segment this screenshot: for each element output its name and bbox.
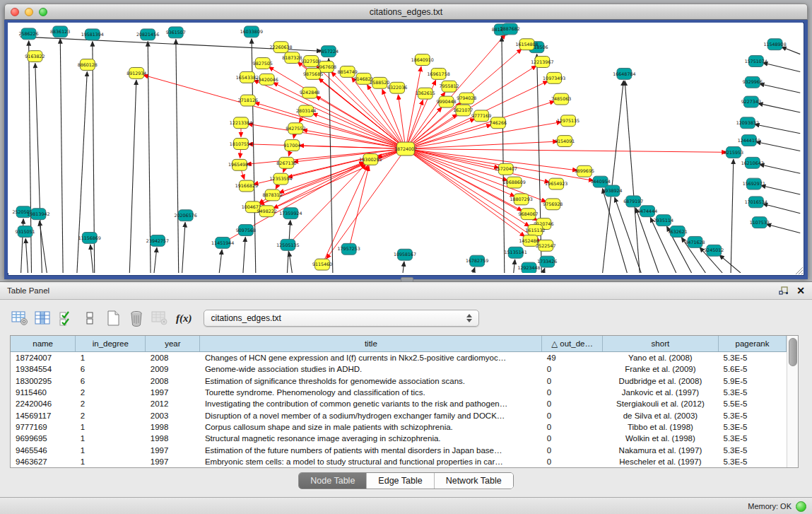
table-cell[interactable]: 2003 <box>146 409 200 421</box>
network-canvas[interactable]: 2586226883612319581394208214569361507160… <box>8 23 803 273</box>
table-row[interactable]: 969969511998Structural magnetic resonanc… <box>11 433 787 444</box>
table-cell[interactable]: Franke et al. (2009) <box>602 363 718 375</box>
close-panel-icon[interactable]: ✕ <box>796 286 805 296</box>
delete-column-icon[interactable] <box>128 310 145 327</box>
table-cell[interactable]: 2008 <box>146 352 200 364</box>
table-row[interactable]: 1938455462009Genome-wide association stu… <box>11 363 787 375</box>
table-cell[interactable]: 5.3E-5 <box>718 352 786 364</box>
table-cell[interactable]: Structural magnetic resonance image aver… <box>200 433 542 444</box>
table-cell[interactable]: Investigating the contribution of common… <box>200 398 542 409</box>
table-row[interactable]: 1830029562008Estimation of significance … <box>11 375 787 387</box>
table-cell[interactable]: 1 <box>76 352 146 364</box>
table-cell[interactable]: 2 <box>76 398 146 409</box>
row-selection-icon[interactable] <box>58 310 75 327</box>
function-builder-icon[interactable]: f(x) <box>176 313 192 325</box>
rows-icon[interactable] <box>81 310 98 327</box>
table-row[interactable]: 977716911998Corpus callosum shape and si… <box>11 421 787 433</box>
column-header[interactable]: pagerank <box>718 336 786 352</box>
column-header[interactable]: △ out_de… <box>542 336 602 352</box>
table-row[interactable]: 946554611997Estimation of the future num… <box>11 444 787 455</box>
table-mode-icon[interactable] <box>11 310 28 327</box>
table-cell[interactable]: 1 <box>76 433 146 444</box>
tab-network-table[interactable]: Network Table <box>435 473 513 489</box>
table-cell[interactable]: de Silva et al. (2003) <box>602 409 718 421</box>
table-cell[interactable]: 9115460 <box>11 387 76 398</box>
table-cell[interactable]: Disruption of a novel member of a sodium… <box>200 409 542 421</box>
table-cell[interactable]: 5.3E-5 <box>718 433 786 444</box>
table-cell[interactable]: 2009 <box>146 363 200 375</box>
table-cell[interactable]: 5.9E-5 <box>718 375 786 387</box>
table-cell[interactable]: 0 <box>542 387 602 398</box>
table-cell[interactable]: 6 <box>76 375 146 387</box>
show-columns-icon[interactable] <box>35 310 52 327</box>
table-cell[interactable]: Jankovic et al. (1997) <box>602 387 718 398</box>
table-cell[interactable]: 0 <box>542 363 602 375</box>
table-cell[interactable]: 0 <box>542 375 602 387</box>
table-cell[interactable]: 49 <box>542 352 602 364</box>
table-cell[interactable]: Embryonic stem cells: a model to study s… <box>200 456 542 467</box>
table-cell[interactable]: 5.3E-5 <box>718 444 786 455</box>
table-cell[interactable]: 0 <box>542 421 602 433</box>
table-cell[interactable]: 1998 <box>146 433 200 444</box>
table-cell[interactable]: 0 <box>542 409 602 421</box>
table-cell[interactable]: 5.3E-5 <box>718 456 786 467</box>
table-row[interactable]: 911546021997Tourette syndrome. Phenomeno… <box>11 387 787 398</box>
table-cell[interactable]: 19384554 <box>11 363 76 375</box>
table-cell[interactable]: 1997 <box>146 456 200 467</box>
table-cell[interactable]: 9777169 <box>11 421 76 433</box>
table-cell[interactable]: 1 <box>76 456 146 467</box>
table-scrollbar[interactable] <box>787 336 798 467</box>
tab-node-table[interactable]: Node Table <box>299 473 367 489</box>
table-scrollbar-thumb[interactable] <box>789 338 797 366</box>
table-cell[interactable]: Nakamura et al. (1997) <box>602 444 718 455</box>
column-header[interactable]: title <box>200 336 542 352</box>
table-cell[interactable]: 18724007 <box>11 352 76 364</box>
table-cell[interactable]: Tibbo et al. (1998) <box>602 421 718 433</box>
table-cell[interactable]: 2012 <box>146 398 200 409</box>
table-cell[interactable]: Genome-wide association studies in ADHD. <box>200 363 542 375</box>
table-cell[interactable]: 9463627 <box>11 456 76 467</box>
resize-grip-icon[interactable] <box>794 265 804 275</box>
table-cell[interactable]: 2008 <box>146 375 200 387</box>
tab-edge-table[interactable]: Edge Table <box>367 473 434 489</box>
table-cell[interactable]: 1997 <box>146 387 200 398</box>
table-cell[interactable]: Stergiakouli et al. (2012) <box>602 398 718 409</box>
table-cell[interactable]: 22420046 <box>11 398 76 409</box>
table-cell[interactable]: 0 <box>542 433 602 444</box>
table-cell[interactable]: 14569117 <box>11 409 76 421</box>
table-cell[interactable]: 2 <box>76 387 146 398</box>
splitter-handle[interactable] <box>401 277 413 282</box>
table-cell[interactable]: 9465546 <box>11 444 76 455</box>
table-cell[interactable]: Yano et al. (2008) <box>602 352 718 364</box>
table-row[interactable]: 1872400712008Changes of HCN gene express… <box>11 352 787 364</box>
table-cell[interactable]: 2 <box>76 409 146 421</box>
column-header[interactable]: short <box>602 336 718 352</box>
table-row[interactable]: 1456911722003Disruption of a novel membe… <box>11 409 787 421</box>
table-row[interactable]: 2242004622012Investigating the contribut… <box>11 398 787 409</box>
table-cell[interactable]: 9699695 <box>11 433 76 444</box>
table-cell[interactable]: 5.3E-5 <box>718 409 786 421</box>
table-cell[interactable]: 0 <box>542 398 602 409</box>
table-cell[interactable]: 0 <box>542 444 602 455</box>
table-cell[interactable]: 1997 <box>146 444 200 455</box>
table-row[interactable]: 946362711997Embryonic stem cells: a mode… <box>11 456 787 467</box>
table-cell[interactable]: Estimation of the future numbers of pati… <box>200 444 542 455</box>
table-cell[interactable]: Hescheler et al. (1997) <box>602 456 718 467</box>
table-selector-dropdown[interactable]: citations_edges.txt <box>204 310 479 327</box>
table-cell[interactable]: Tourette syndrome. Phenomenology and cla… <box>200 387 542 398</box>
table-cell[interactable]: 18300295 <box>11 375 76 387</box>
column-header[interactable]: year <box>146 336 200 352</box>
table-cell[interactable]: 5.3E-5 <box>718 387 786 398</box>
table-cell[interactable]: 5.6E-5 <box>718 363 786 375</box>
table-cell[interactable]: 5.5E-5 <box>718 398 786 409</box>
table-cell[interactable]: 1998 <box>146 421 200 433</box>
network-window-titlebar[interactable]: citations_edges.txt <box>4 4 808 20</box>
table-cell[interactable]: Corpus callosum shape and size in male p… <box>200 421 542 433</box>
table-cell[interactable]: 5.3E-5 <box>718 421 786 433</box>
node-attribute-table[interactable]: namein_degreeyeartitle△ out_de…shortpage… <box>11 336 787 467</box>
table-cell[interactable]: Wolkin et al. (1998) <box>602 433 718 444</box>
table-cell[interactable]: 1 <box>76 421 146 433</box>
float-panel-icon[interactable] <box>779 286 789 296</box>
table-cell[interactable]: Changes of HCN gene expression and I(f) … <box>200 352 542 364</box>
column-header[interactable]: name <box>11 336 76 352</box>
